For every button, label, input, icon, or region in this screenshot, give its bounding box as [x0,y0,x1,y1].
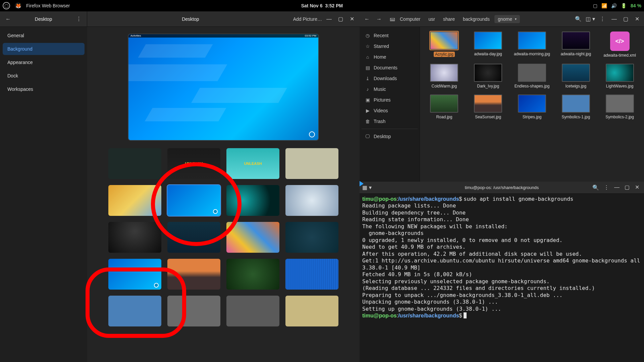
wallpaper-thumb-cold-warm-ice[interactable] [285,185,338,216]
file-item[interactable]: adwaita-morning.jpg [513,32,552,58]
files-forward-button[interactable]: → [374,14,384,24]
add-picture-button[interactable]: Add Picture… [291,15,324,23]
file-item[interactable]: </>adwaita-timed.xml [600,32,639,58]
wallpaper-thumb-endless-shapes[interactable] [226,296,279,326]
nav-background[interactable]: Background [3,43,85,55]
terminal-output[interactable]: timu@pop-os:/usr/share/backgrounds$ sudo… [360,194,644,362]
terminal-minimize-button[interactable]: — [612,182,622,192]
wallpaper-thumb-adwaita-morning-blue[interactable] [108,259,161,290]
wallpaper-thumb-pattern-dark-hex[interactable] [108,148,161,179]
pop-os-icon[interactable]: ◯ [3,2,10,9]
wallpaper-thumb-dark-ivy[interactable] [108,222,161,253]
file-item[interactable]: Stripes.jpg [513,95,552,119]
file-item[interactable]: SeaSunset.jpg [469,95,508,119]
wallpaper-thumb-tan-paper[interactable] [285,296,338,326]
side-home[interactable]: ⌂Home [362,52,418,62]
maximize-button[interactable]: ▢ [335,14,345,24]
wallpaper-thumb-symbolics-2[interactable] [167,296,220,326]
file-name-label: Symbolics-1.jpg [561,115,590,119]
documents-icon: ▤ [365,65,370,70]
file-item[interactable]: adwaita-night.jpg [556,32,595,58]
file-name-label: LightWaves.jpg [606,84,634,88]
close-button[interactable]: ✕ [347,14,357,24]
wallpaper-thumb-green-ferns[interactable] [226,259,279,290]
terminal-headerbar: ▦ ▾ timu@pop-os: /usr/share/backgrounds … [360,182,644,194]
side-videos[interactable]: ▶Videos [362,105,418,116]
files-maximize-button[interactable]: ▢ [621,14,631,24]
wallpaper-thumb-adwaita-day-blue[interactable] [167,185,220,216]
file-item[interactable]: Dark_Ivy.jpg [469,64,508,88]
sidebar-menu-button[interactable]: ⋮ [73,14,84,24]
files-search-button[interactable]: 🔍 [573,14,584,24]
resize-handle-icon [360,181,364,186]
nav-general[interactable]: General [3,29,85,42]
screenshot-icon[interactable]: ▢ [593,3,597,8]
side-documents[interactable]: ▤Documents [362,62,418,73]
wallpaper-thumb-warm-poly[interactable] [108,185,161,216]
file-name-label: Dark_Ivy.jpg [477,84,499,88]
file-item[interactable]: Endless-shapes.jpg [513,64,552,88]
wifi-icon[interactable]: 📶 [601,3,607,8]
file-name-label: adwaita-morning.jpg [514,52,550,56]
path-computer[interactable]: Computer [396,15,424,23]
wallpaper-thumb-icetwigs[interactable] [167,222,220,253]
file-thumbnail [518,64,546,82]
volume-icon[interactable]: 🔊 [611,3,617,8]
file-thumbnail [518,95,546,113]
wallpaper-thumb-road-aerial[interactable] [285,222,338,253]
file-item[interactable]: adwaita-day.jpg [469,32,508,58]
terminal-maximize-button[interactable]: ▢ [622,182,632,192]
settings-content: Activities 03:52 PM UNLEASHUNLEASH [87,27,360,362]
main-title: Desktop [90,16,291,22]
side-music[interactable]: ♪Music [362,84,418,95]
terminal-window: ▦ ▾ timu@pop-os: /usr/share/backgrounds … [360,182,644,362]
side-trash[interactable]: 🗑Trash [362,116,418,127]
files-menu-button[interactable]: ⋮ [597,14,608,24]
file-item[interactable]: LightWaves.jpg [600,64,639,88]
wallpaper-thumb-robot-city[interactable] [285,148,338,179]
file-name-label: ColdWarm.jpg [432,84,457,88]
file-item[interactable]: Symbolics-2.jpg [600,95,639,119]
files-minimize-button[interactable]: — [609,14,619,24]
path-gnome[interactable]: gnome [494,15,520,23]
side-starred[interactable]: ☆Starred [362,41,418,52]
side-downloads[interactable]: ⤓Downloads [362,73,418,84]
files-view[interactable]: Acrylic.jpgadwaita-day.jpgadwaita-mornin… [420,27,644,182]
terminal-search-button[interactable]: 🔍 [590,182,601,193]
nav-appearance[interactable]: Appearance [3,56,85,68]
file-item[interactable]: Road.jpg [425,95,464,119]
wallpaper-thumb-stripes-blue[interactable] [285,259,338,290]
wallpaper-thumb-lightwaves[interactable] [226,185,279,216]
files-view-button[interactable]: ◫ ▾ [585,14,596,24]
file-item[interactable]: ColdWarm.jpg [425,64,464,88]
files-back-button[interactable]: ← [362,14,372,24]
wallpaper-thumb-unleash-dark[interactable]: UNLEASH [167,148,220,179]
wallpaper-thumb-sea-sunset[interactable] [167,259,220,290]
back-button[interactable]: ← [3,14,13,24]
firefox-icon[interactable]: 🦊 [15,2,21,9]
files-close-button[interactable]: ✕ [632,14,642,24]
wallpaper-thumb-unleash-teal[interactable]: UNLEASH [226,148,279,179]
nav-workspaces[interactable]: Workspaces [3,83,85,95]
side-desktop[interactable]: 🖵Desktop [362,131,418,142]
file-name-label: Icetwigs.jpg [565,84,586,88]
file-thumbnail [474,64,502,82]
file-item[interactable]: Acrylic.jpg [425,32,464,58]
file-item[interactable]: Symbolics-1.jpg [556,95,595,119]
clock-icon: ◷ [365,33,370,38]
path-backgrounds[interactable]: backgrounds [460,15,493,23]
terminal-close-button[interactable]: ✕ [632,182,642,192]
side-recent[interactable]: ◷Recent [362,30,418,41]
nav-dock[interactable]: Dock [3,70,85,82]
file-item[interactable]: Icetwigs.jpg [556,64,595,88]
terminal-menu-button[interactable]: ⋮ [601,182,612,193]
path-share[interactable]: share [440,15,458,23]
wallpaper-thumb-symbolics-1[interactable] [108,296,161,326]
side-pictures[interactable]: ▣Pictures [362,95,418,105]
path-usr[interactable]: usr [425,15,438,23]
battery-icon[interactable]: 🔋 [621,3,627,8]
settings-window: ← Desktop ⋮ Desktop Add Picture… — ▢ ✕ G… [0,11,360,362]
clock[interactable]: Sat Nov 6 3:52 PM [301,3,343,8]
minimize-button[interactable]: — [324,14,334,24]
wallpaper-thumb-acrylic[interactable] [226,222,279,253]
